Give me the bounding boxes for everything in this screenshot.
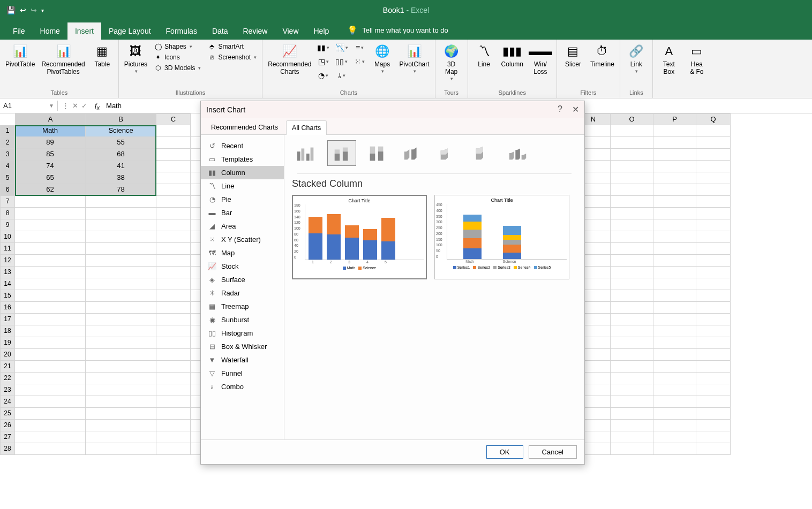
cell[interactable]	[156, 337, 191, 349]
cell[interactable]	[696, 302, 731, 314]
cell[interactable]	[86, 302, 156, 314]
tab-file[interactable]: File	[5, 22, 33, 40]
cell[interactable]	[86, 278, 156, 290]
subtype-3d-clustered-column[interactable]	[398, 140, 427, 166]
cell[interactable]	[611, 373, 653, 384]
cell[interactable]	[611, 384, 653, 396]
row-header[interactable]: 12	[0, 255, 15, 267]
cell[interactable]	[156, 361, 191, 373]
cell[interactable]	[611, 361, 653, 373]
3d-models-button[interactable]: ⬡3D Models▾	[152, 63, 203, 73]
cell[interactable]	[156, 231, 191, 243]
cell[interactable]	[611, 172, 653, 184]
cell[interactable]	[611, 184, 653, 196]
cell[interactable]	[696, 172, 731, 184]
scatter-chart-button[interactable]: ⁙▾	[352, 56, 367, 67]
pie-chart-button[interactable]: ◔▾	[316, 70, 331, 81]
cell[interactable]	[696, 243, 731, 255]
pivottable-button[interactable]: 📊PivotTable	[3, 42, 37, 70]
timeline-button[interactable]: ⏱Timeline	[588, 42, 616, 70]
cancel-edit-icon[interactable]: ✕	[72, 102, 78, 110]
row-header[interactable]: 24	[0, 396, 15, 408]
row-header[interactable]: 27	[0, 431, 15, 443]
name-box[interactable]: A1▼	[0, 101, 58, 111]
cell[interactable]	[696, 325, 731, 337]
cell[interactable]	[86, 196, 156, 208]
cell[interactable]: 38	[86, 172, 156, 184]
cell[interactable]	[696, 278, 731, 290]
chart-type-area[interactable]: ◢Area	[201, 219, 284, 233]
cell[interactable]	[156, 290, 191, 302]
cell[interactable]	[611, 219, 653, 231]
cell[interactable]	[15, 231, 86, 243]
combo-chart-button[interactable]: ⫰▾	[334, 70, 349, 81]
cell[interactable]: 65	[15, 172, 86, 184]
cell[interactable]	[15, 431, 86, 443]
cell[interactable]	[86, 361, 156, 373]
row-header[interactable]: 8	[0, 208, 15, 219]
cell[interactable]	[653, 208, 696, 219]
cell[interactable]	[611, 431, 653, 443]
row-header[interactable]: 18	[0, 325, 15, 337]
cell[interactable]	[86, 290, 156, 302]
cell[interactable]	[611, 267, 653, 278]
col-header-Q[interactable]: Q	[696, 113, 731, 125]
cell[interactable]	[15, 314, 86, 325]
cell[interactable]	[611, 314, 653, 325]
cell[interactable]	[653, 337, 696, 349]
row-header[interactable]: 25	[0, 408, 15, 420]
cell[interactable]: 74	[15, 161, 86, 172]
row-header[interactable]: 11	[0, 243, 15, 255]
cell[interactable]	[653, 278, 696, 290]
cell[interactable]	[611, 290, 653, 302]
cell[interactable]: Math	[15, 125, 86, 137]
cell[interactable]	[86, 420, 156, 431]
cell[interactable]	[86, 384, 156, 396]
row-header[interactable]: 28	[0, 443, 15, 455]
row-header[interactable]: 6	[0, 184, 15, 196]
cell[interactable]	[156, 302, 191, 314]
cell[interactable]	[653, 408, 696, 420]
tab-recommended-charts[interactable]: Recommended Charts	[205, 120, 284, 134]
cell[interactable]	[86, 231, 156, 243]
cell[interactable]	[156, 267, 191, 278]
formula-options-icon[interactable]: ⋮	[62, 102, 69, 110]
icons-button[interactable]: ✦Icons	[152, 52, 203, 62]
cell[interactable]	[653, 184, 696, 196]
chart-type-map[interactable]: 🗺Map	[201, 246, 284, 260]
cell[interactable]	[156, 196, 191, 208]
cell[interactable]	[696, 219, 731, 231]
cell[interactable]	[156, 408, 191, 420]
cell[interactable]	[86, 267, 156, 278]
cell[interactable]	[696, 361, 731, 373]
cell[interactable]	[156, 325, 191, 337]
cell[interactable]	[696, 349, 731, 361]
ok-button[interactable]: OK	[486, 445, 523, 455]
cell[interactable]	[653, 231, 696, 243]
cell[interactable]	[696, 231, 731, 243]
screenshot-button[interactable]: ⎚Screenshot▾	[205, 52, 259, 62]
row-header[interactable]: 19	[0, 337, 15, 349]
hierarchy-chart-button[interactable]: ◳▾	[316, 56, 331, 67]
subtype-100-stacked-column[interactable]	[363, 140, 392, 166]
cell[interactable]	[611, 231, 653, 243]
cell[interactable]	[15, 208, 86, 219]
cell[interactable]	[86, 431, 156, 443]
cell[interactable]	[696, 267, 731, 278]
col-header-P[interactable]: P	[653, 113, 696, 125]
chart-type-surface[interactable]: ◈Surface	[201, 273, 284, 286]
tab-view[interactable]: View	[275, 22, 306, 40]
cell[interactable]	[696, 431, 731, 443]
cell[interactable]	[156, 125, 191, 137]
cell[interactable]: Science	[86, 125, 156, 137]
chart-type-funnel[interactable]: ▽Funnel	[201, 367, 284, 380]
cell[interactable]	[86, 337, 156, 349]
preview-1[interactable]: Chart Title 180160140120100806040200 123…	[292, 195, 427, 279]
cell[interactable]	[15, 278, 86, 290]
3d-map-button[interactable]: 🌍3D Map▾	[439, 42, 464, 82]
cell[interactable]	[653, 384, 696, 396]
cell[interactable]	[696, 184, 731, 196]
cell[interactable]	[15, 361, 86, 373]
cell[interactable]	[696, 408, 731, 420]
cell[interactable]	[156, 255, 191, 267]
